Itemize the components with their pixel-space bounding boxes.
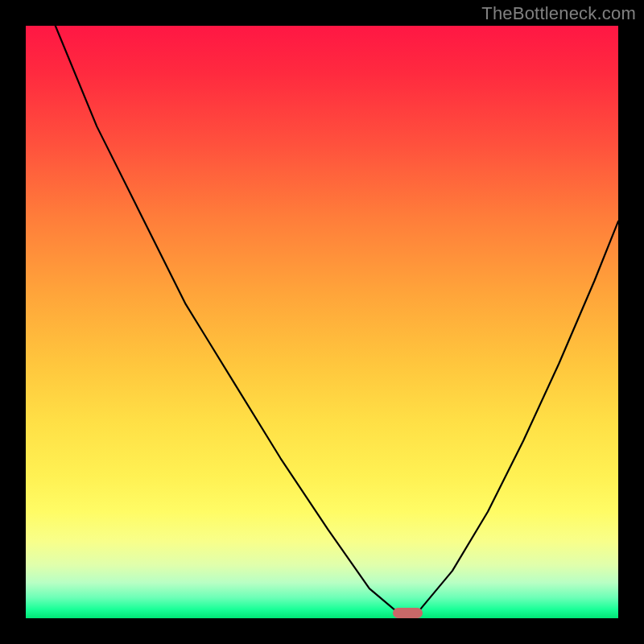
chart-frame: TheBottleneck.com [0,0,644,644]
optimal-zone-marker [393,608,423,618]
bottleneck-curve [26,26,618,618]
plot-area [26,26,618,618]
watermark-text: TheBottleneck.com [481,3,636,24]
